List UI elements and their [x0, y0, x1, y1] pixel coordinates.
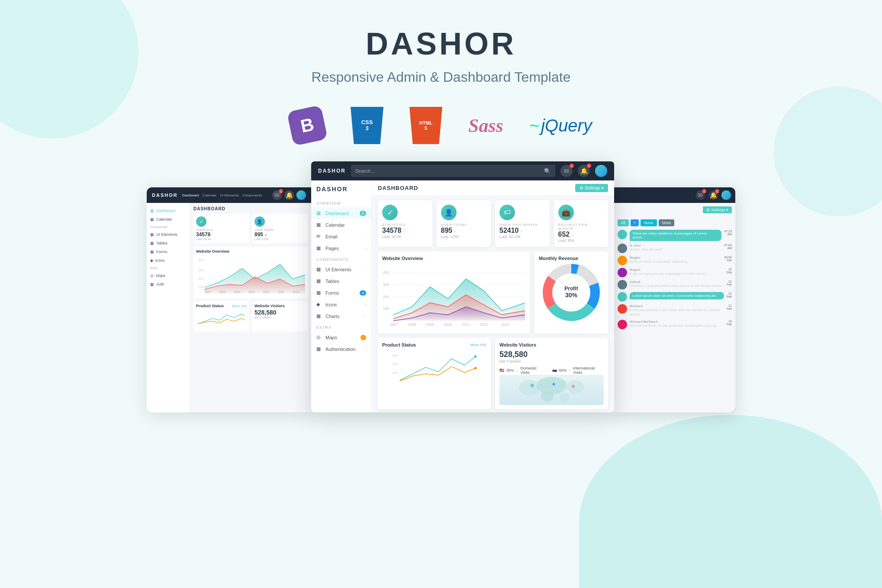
stat-card-usertoday: 👤 USER TODAY 895 ↓ Last: 1250 — [437, 200, 491, 247]
sl-stat-last-2: Last: 1250 — [254, 238, 305, 241]
sr-msg-time-1: 07:23AM — [724, 230, 732, 241]
sidebar-item-authentication[interactable]: ▦ Authentication › — [311, 343, 371, 355]
sl-sidebar-dashboard[interactable]: ▦Dashboard — [147, 206, 190, 215]
sr-settings-button[interactable]: ⚙ Settings ▾ — [703, 206, 732, 213]
sl-visitors-title: Website Visitors — [254, 304, 305, 308]
sidebar-components-label: Components — [311, 254, 371, 263]
sr-msg-4: Regan If you are going to use a passage … — [618, 268, 732, 277]
sr-msg-body-1: There are many variations of passages of… — [630, 230, 721, 241]
sl-more-info[interactable]: More Info — [232, 304, 247, 308]
svg-text:Profit: Profit — [564, 286, 578, 292]
dash-content: DASHOR Overview ▦ Dashboard 8 ▦ Calendar… — [311, 180, 614, 412]
html5-icon: HTML5 — [409, 107, 442, 144]
dash-main-header: DASHBOARD ⚙ Settings ▾ — [372, 180, 614, 196]
sr-tab-dot[interactable]: • — [631, 219, 639, 226]
sr-tab-none[interactable]: None — [641, 219, 657, 226]
sr-nav-icon2[interactable]: 1 🔔 — [708, 190, 718, 200]
monthly-revenue-card: Monthly Revenue — [534, 251, 608, 334]
stat-label-usermonth: USER THIS MONTH — [499, 223, 545, 227]
sl-sidebar-auth[interactable]: ▦Auth — [147, 280, 190, 289]
sr-msg-body-8: Richard McStock Richard McStock, a Latin… — [630, 320, 724, 329]
stat-last-statistics: Last: 30.4k — [382, 235, 428, 239]
forms-icon: ▦ — [316, 290, 322, 296]
sl-sidebar-tables[interactable]: ▦Tables — [147, 239, 190, 247]
sidebar-item-tables[interactable]: ▦ Tables — [311, 275, 371, 287]
sl-tab-calendar[interactable]: Calendar — [203, 193, 216, 197]
visitors-title: Website Visitors — [499, 342, 536, 347]
stat-cards: ✓ STATISTICS 34578 ↑ Last: 30.4k 👤 USER … — [372, 196, 614, 251]
sl-sidebar-icons[interactable]: ◆Icons — [147, 256, 190, 265]
dash-nav-icons: 1 ✉ 1 🔔 — [560, 165, 607, 177]
world-map-svg — [499, 375, 604, 405]
sr-avatar-5 — [618, 280, 627, 289]
sr-msg-text-3: Dolor sit amet, consectetur adipiscing. — [630, 260, 721, 264]
svg-point-37 — [474, 367, 477, 370]
sidebar-maps-badge: • — [361, 335, 366, 340]
sr-tab-more[interactable]: More — [659, 219, 675, 226]
sidebar-item-ui[interactable]: ▦ UI Elements › — [311, 263, 371, 275]
domestic-label: Domestic Visits — [521, 366, 546, 375]
sl-sidebar-maps[interactable]: ◎Maps — [147, 271, 190, 280]
dash-page-title: DASHBOARD — [378, 185, 418, 191]
sidebar-auth-label: Authentication — [325, 347, 356, 352]
nav-mail-icon[interactable]: 1 ✉ — [560, 165, 573, 177]
svg-text:150: 150 — [392, 362, 398, 366]
svg-text:2011: 2011 — [462, 322, 470, 327]
sidebar-item-charts[interactable]: ▦ Charts › — [311, 310, 371, 322]
page-header: DASHOR Responsive Admin & Dashboard Temp… — [0, 0, 882, 144]
sl-tab-ui[interactable]: UI Elements — [220, 193, 239, 197]
sl-sidebar-forms[interactable]: ▦Forms — [147, 247, 190, 256]
sidebar-maps-label: Maps — [325, 335, 337, 340]
sr-avatar-6 — [618, 292, 627, 302]
sl-nav-icon1[interactable]: 1 ✉ — [272, 190, 282, 200]
nav-bell-icon[interactable]: 1 🔔 — [578, 165, 590, 177]
sr-tab-all[interactable]: All — [618, 219, 629, 226]
sidebar-item-pages[interactable]: ▦ Pages › — [311, 242, 371, 254]
sub-title: Responsive Admin & Dashboard Template — [0, 69, 882, 85]
sr-tabs: All • None More — [618, 219, 732, 226]
sl-tab-components[interactable]: Components — [242, 193, 262, 197]
sl-sidebar-ui[interactable]: ▦UI Elements — [147, 230, 190, 239]
sr-msg-5: nobod Contrary to popular belief Lorem I… — [618, 280, 732, 289]
dashboard-icon: ▦ — [316, 210, 322, 216]
sidebar-item-email[interactable]: ✉ Email › — [311, 231, 371, 242]
sr-nav-avatar[interactable] — [721, 190, 731, 200]
sidebar-item-icons[interactable]: ◆ Icons › — [311, 299, 371, 310]
small-right-dashboard: 1 ✉ 1 🔔 ⚙ Settings ▾ All • None More — [614, 187, 735, 412]
more-info-button[interactable]: More Info — [470, 343, 486, 347]
sr-msg-bubble-6: Lorem ipsum dolor sit amet, consectetur … — [630, 292, 724, 299]
dash-sidebar: DASHOR Overview ▦ Dashboard 8 ▦ Calendar… — [311, 180, 372, 412]
svg-text:100: 100 — [383, 306, 389, 311]
sl-tab-dashboard[interactable]: Dashboard — [182, 193, 199, 197]
sr-avatar-1 — [618, 230, 627, 239]
sl-nav-avatar[interactable] — [296, 190, 306, 200]
auth-icon: ▦ — [316, 346, 322, 352]
sl-nav-icon2[interactable]: 🔔 — [284, 190, 294, 200]
website-overview-card: Website Overview — [378, 251, 530, 334]
sidebar-email-label: Email — [325, 234, 338, 239]
dash-search[interactable]: Search... 🔍 — [351, 165, 555, 177]
sr-msg-name-3: Regan — [630, 256, 721, 260]
sr-msg-body-3: Regan Dolor sit amet, consectetur adipis… — [630, 256, 721, 265]
html5-logo: HTML5 — [409, 107, 442, 144]
pages-arrow-icon: › — [365, 246, 366, 251]
nav-avatar[interactable] — [595, 165, 607, 177]
email-arrow-icon: › — [365, 235, 366, 239]
sr-msg-time-7: 21Feb — [727, 304, 732, 317]
sl-brand: DASHOR — [152, 193, 178, 198]
bottom-section: Product Status More Info 200 150 100 — [372, 338, 614, 409]
search-icon: 🔍 — [544, 168, 551, 174]
svg-text:200: 200 — [198, 277, 204, 281]
sidebar-item-forms[interactable]: ▦ Forms 4 — [311, 287, 371, 299]
settings-button[interactable]: ⚙ Settings ▾ — [575, 184, 608, 192]
visitor-flags: 🇺🇸 35% ↓ Domestic Visits 🇷🇺 65% ↑ Intern… — [499, 366, 604, 375]
sidebar-item-maps[interactable]: ◎ Maps • — [311, 331, 371, 343]
stat-label-statistics: STATISTICS — [382, 223, 428, 227]
svg-text:2009: 2009 — [234, 290, 240, 293]
sl-sidebar-calendar[interactable]: ▦Calendar — [147, 215, 190, 224]
international-label: International Visits — [573, 366, 604, 375]
sidebar-item-dashboard[interactable]: ▦ Dashboard 8 — [311, 207, 371, 219]
svg-text:2007: 2007 — [204, 290, 211, 293]
sidebar-item-calendar[interactable]: ▦ Calendar — [311, 219, 371, 231]
sr-nav-icon1[interactable]: 1 ✉ — [695, 190, 705, 200]
